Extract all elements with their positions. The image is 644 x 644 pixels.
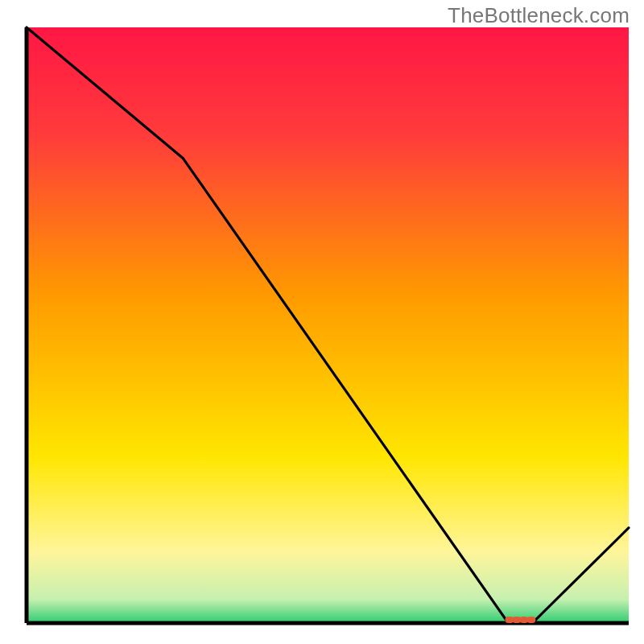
chart-container: TheBottleneck.com [0,0,644,644]
chart-svg [0,0,644,644]
watermark-label: TheBottleneck.com [448,3,630,28]
plot-background [27,27,629,623]
